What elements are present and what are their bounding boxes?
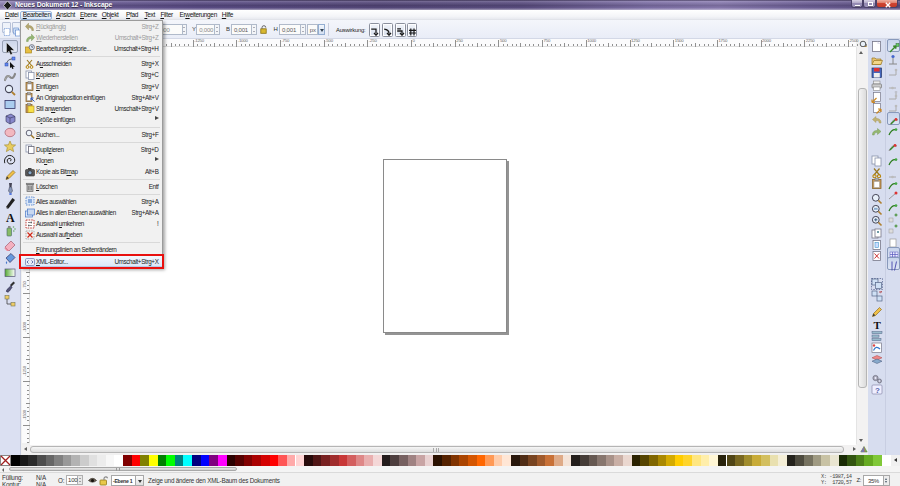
svg-text:?: ? xyxy=(875,386,880,395)
